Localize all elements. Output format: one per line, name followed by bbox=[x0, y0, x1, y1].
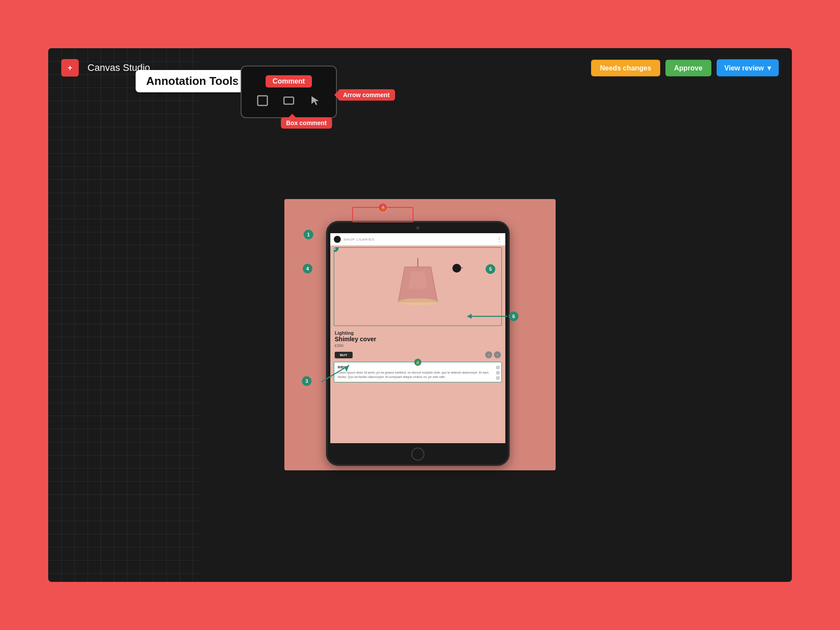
annotation-badge-2: 2 bbox=[334, 247, 339, 252]
annotation-popup: Comment Box comment bbox=[241, 66, 337, 118]
lock-icon-top: 🔒 bbox=[379, 203, 387, 211]
text-content-box: 🔒 Intro Lorem ipsum dolor sit amet, pri … bbox=[334, 362, 502, 382]
comment-badge[interactable]: Comment bbox=[266, 75, 312, 88]
tablet-device: SHOP LGARIES ⋮ ✕ 2 bbox=[326, 221, 510, 466]
arrow-tool-icon[interactable]: Arrow comment bbox=[307, 93, 323, 108]
annotation-3: 3 bbox=[302, 376, 312, 386]
lock-badge: 🔒 bbox=[414, 359, 421, 366]
intro-text: Lorem ipsum dolor sit amet, pri ea graec… bbox=[338, 371, 498, 379]
dark-badge-5 bbox=[452, 264, 461, 273]
needs-changes-button[interactable]: Needs changes bbox=[591, 60, 660, 76]
logo-button[interactable]: + bbox=[61, 59, 79, 77]
logo-icon: + bbox=[68, 63, 73, 73]
product-price: £300 bbox=[335, 343, 501, 348]
tablet-menu: ⋮ bbox=[497, 236, 502, 242]
icon-dot-2 bbox=[496, 371, 500, 374]
svg-rect-1 bbox=[284, 97, 294, 104]
annotation-4: 4 bbox=[303, 264, 312, 273]
tablet-camera bbox=[416, 226, 420, 230]
svg-point-8 bbox=[398, 298, 438, 305]
tablet-nav: SHOP LGARIES bbox=[343, 238, 374, 242]
prev-arrow[interactable]: ‹ bbox=[485, 351, 492, 358]
product-category: Lighting bbox=[335, 330, 501, 336]
product-name: Shimley cover bbox=[335, 336, 501, 343]
tablet-appbar: SHOP LGARIES ⋮ bbox=[330, 233, 505, 245]
nav-arrows: ‹ › bbox=[485, 351, 501, 358]
lamp-illustration bbox=[396, 254, 440, 319]
toolbar-right: Needs changes Approve View review ▾ bbox=[591, 60, 779, 77]
annotation-5: 5 bbox=[486, 264, 495, 274]
icon-dot-1 bbox=[496, 366, 500, 369]
top-annotation-box: 🔒 bbox=[352, 207, 413, 222]
view-review-button[interactable]: View review ▾ bbox=[717, 60, 779, 77]
tablet-screen: SHOP LGARIES ⋮ ✕ 2 bbox=[330, 233, 505, 443]
annotation-1: 1 bbox=[304, 230, 313, 239]
box-tool-icon[interactable] bbox=[255, 93, 270, 108]
annotation-6: 6 bbox=[509, 312, 518, 321]
text-box-icons bbox=[496, 366, 500, 380]
approve-button[interactable]: Approve bbox=[665, 60, 711, 76]
pink-canvas: 🔒 1 4 5 6 3 SHOP L bbox=[284, 199, 556, 470]
next-arrow[interactable]: › bbox=[494, 351, 501, 358]
product-info: Lighting Shimley cover £300 bbox=[330, 328, 505, 350]
rect-tool-icon[interactable]: Box comment bbox=[281, 93, 297, 108]
buy-button[interactable]: BUY bbox=[335, 352, 353, 358]
canvas-area: 🔒 1 4 5 6 3 SHOP L bbox=[48, 88, 792, 582]
main-window: + Canvas Studio Annotation Tools Comment bbox=[48, 48, 792, 582]
toolbar: + Canvas Studio Annotation Tools Comment bbox=[48, 48, 792, 88]
tablet-logo bbox=[334, 236, 341, 243]
tools-row: Box comment Arrow comment bbox=[255, 93, 323, 108]
tablet-home-button bbox=[411, 448, 424, 461]
box-comment-tooltip: Box comment bbox=[281, 117, 332, 129]
icon-dot-3 bbox=[496, 376, 500, 380]
lamp-area: ✕ 2 bbox=[334, 247, 502, 326]
annotation-tools-label: Annotation Tools bbox=[136, 70, 249, 92]
svg-rect-0 bbox=[258, 96, 267, 105]
arrow-comment-tooltip: Arrow comment bbox=[338, 89, 395, 101]
